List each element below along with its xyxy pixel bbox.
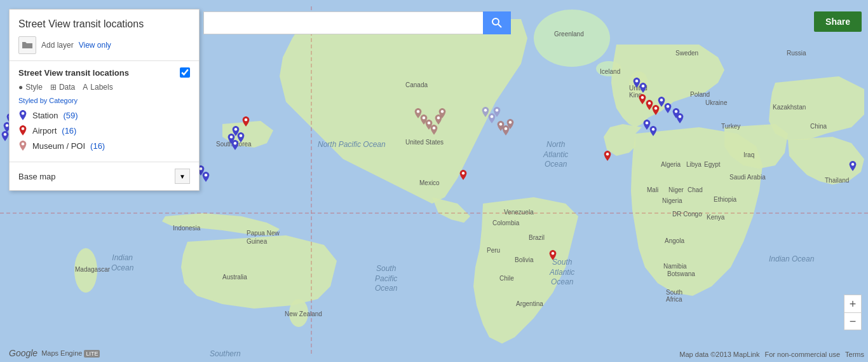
share-button[interactable]: Share	[814, 11, 862, 32]
legend-poi: Museum / POI (16)	[18, 140, 190, 151]
svg-point-24	[667, 105, 669, 108]
svg-point-30	[245, 118, 247, 121]
airport-count: (16)	[62, 126, 76, 136]
svg-point-50	[22, 143, 24, 145]
svg-point-35	[654, 107, 657, 109]
tab-labels-label: Labels	[90, 83, 112, 92]
poi-label: Museum / POI	[32, 141, 85, 151]
poi-pin-us-6[interactable]	[438, 108, 446, 118]
style-icon: ●	[18, 83, 23, 92]
svg-line-47	[498, 24, 501, 27]
svg-point-12	[234, 128, 237, 130]
legend-station: Station (59)	[18, 109, 190, 121]
station-label: Station	[32, 111, 58, 120]
svg-point-34	[648, 102, 651, 104]
add-layer-button[interactable]: Add layer	[41, 41, 74, 50]
svg-point-15	[234, 142, 236, 144]
zoom-controls: + −	[844, 295, 862, 330]
base-map-section: Base map ▼	[10, 162, 199, 190]
svg-point-21	[635, 80, 638, 82]
svg-point-27	[646, 122, 648, 124]
svg-point-23	[660, 99, 663, 101]
svg-point-9	[6, 124, 8, 127]
svg-point-29	[851, 163, 854, 165]
airport-pin-africa[interactable]	[604, 151, 611, 161]
svg-point-17	[205, 174, 207, 176]
terms-link[interactable]: Terms	[845, 351, 864, 358]
lite-badge: LITE	[84, 350, 100, 358]
airport-pin-mexico[interactable]	[459, 170, 467, 180]
tab-style-label: Style	[25, 83, 43, 92]
poi-count: (16)	[90, 141, 105, 151]
svg-point-5	[74, 248, 97, 293]
google-logo: Google	[9, 348, 37, 358]
poi-pin-us-4[interactable]	[430, 125, 438, 135]
base-map-dropdown[interactable]: ▼	[175, 169, 190, 184]
non-commercial-link[interactable]: For non-commercial use	[764, 351, 840, 358]
svg-point-40	[433, 127, 435, 129]
station-legend-pin	[18, 109, 27, 121]
map-footer-right: Map data ©2013 MapLink For non-commercia…	[679, 351, 864, 358]
svg-point-45	[509, 121, 512, 123]
tab-style[interactable]: ● Style	[18, 83, 43, 92]
view-only-link[interactable]: View only	[79, 41, 111, 50]
svg-point-4	[289, 299, 308, 327]
tab-labels[interactable]: A Labels	[83, 83, 112, 92]
search-bar	[203, 11, 868, 34]
map-container[interactable]: North Pacific Ocean NorthAtlanticOcean I…	[0, 0, 868, 362]
airport-pin-sa[interactable]	[549, 250, 557, 260]
svg-point-22	[642, 85, 644, 87]
svg-point-10	[4, 133, 6, 136]
tab-data-label: Data	[59, 83, 75, 92]
layer-section: Street View transit locations ● Style ⊞ …	[10, 61, 199, 162]
svg-point-26	[679, 115, 681, 118]
tab-data[interactable]: ⊞ Data	[50, 83, 75, 92]
copyright-link[interactable]: Map data ©2013 MapLink	[679, 351, 759, 358]
svg-point-49	[22, 127, 24, 130]
station-pin-korea-4[interactable]	[231, 140, 239, 150]
svg-point-38	[423, 116, 425, 119]
panel-header: Street View transit locations Add layer …	[10, 10, 199, 61]
panel-title: Street View transit locations	[18, 18, 190, 30]
layer-checkbox[interactable]	[180, 67, 190, 78]
station-pin-eu-2[interactable]	[639, 83, 647, 93]
svg-point-16	[200, 167, 202, 170]
svg-point-46	[492, 18, 499, 25]
airport-legend-pin	[18, 125, 27, 136]
maps-engine-label: Maps Engine LITE	[41, 349, 100, 357]
map-footer: Google Maps Engine LITE	[9, 348, 100, 358]
svg-point-13	[240, 134, 242, 137]
station-pin-eu-8[interactable]	[649, 126, 657, 136]
data-icon: ⊞	[50, 83, 57, 92]
svg-point-20	[496, 109, 498, 111]
layer-tabs: ● Style ⊞ Data A Labels	[18, 83, 190, 92]
search-button[interactable]	[483, 11, 511, 34]
station-count: (59)	[63, 111, 78, 120]
search-input[interactable]	[203, 11, 483, 34]
panel-toolbar: Add layer View only	[18, 36, 190, 54]
zoom-out-button[interactable]: −	[844, 312, 862, 330]
category-link[interactable]: Category	[49, 97, 78, 104]
station-pin-us-3[interactable]	[493, 107, 501, 117]
svg-point-31	[462, 172, 465, 174]
station-pin-eu-6[interactable]	[676, 113, 684, 123]
svg-point-42	[441, 110, 444, 113]
zoom-in-button[interactable]: +	[844, 295, 862, 312]
legend-airport: Airport (16)	[18, 125, 190, 136]
svg-point-32	[606, 153, 609, 155]
layer-header: Street View transit locations	[18, 67, 190, 78]
airport-pin-korea[interactable]	[242, 116, 250, 127]
poi-pin-us-9[interactable]	[506, 119, 514, 129]
svg-point-25	[675, 110, 677, 113]
folder-icon[interactable]	[18, 36, 36, 54]
station-pin-eu-4[interactable]	[664, 103, 672, 113]
base-map-label: Base map	[18, 172, 56, 181]
station-pin-3[interactable]	[1, 131, 9, 141]
station-pin-ll-2[interactable]	[202, 172, 210, 182]
svg-point-18	[484, 109, 487, 111]
station-pin-far-right[interactable]	[849, 161, 857, 171]
airport-pin-eu-3[interactable]	[652, 105, 660, 115]
svg-point-48	[22, 112, 24, 115]
left-panel: Street View transit locations Add layer …	[9, 9, 200, 191]
airport-label: Airport	[32, 126, 57, 136]
